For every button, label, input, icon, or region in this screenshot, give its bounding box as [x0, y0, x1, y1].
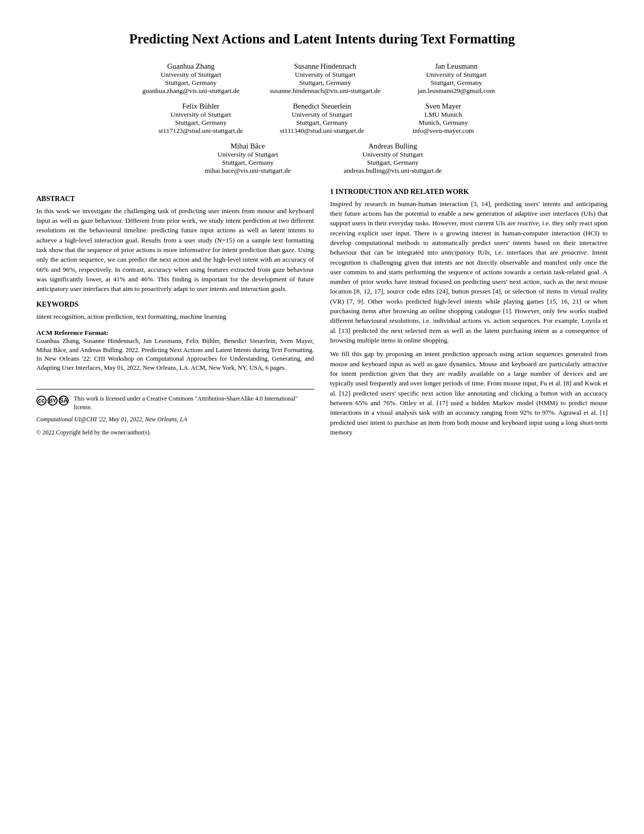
- author-city: Stuttgart, Germany: [411, 79, 502, 87]
- abstract-text: In this work we investigate the challeng…: [36, 206, 314, 294]
- license-block: cc BY SA This work is licensed under a C…: [36, 395, 314, 412]
- sa-icon: SA: [59, 396, 69, 406]
- author-affil: University of Stuttgart: [343, 151, 441, 159]
- author-hindennach: Susanne Hindennach University of Stuttga…: [270, 62, 380, 95]
- author-affil: University of Stuttgart: [156, 111, 246, 119]
- author-affil: LMU Munich: [398, 111, 489, 119]
- right-column: 1 INTRODUCTION AND RELATED WORK Inspired…: [330, 188, 608, 441]
- author-name: Benedict Steuerlein: [277, 102, 368, 111]
- author-city: Stuttgart, Germany: [277, 119, 368, 127]
- author-name: Jan Leusmann: [411, 62, 502, 71]
- author-affil: University of Stuttgart: [142, 71, 240, 79]
- keywords-text: intent recognition, action prediction, t…: [36, 312, 314, 321]
- author-affil: University of Stuttgart: [277, 111, 368, 119]
- cc-icons: cc BY SA: [36, 396, 69, 406]
- author-name: Mihai Bâce: [202, 142, 293, 151]
- author-name: Guanhua Zhang: [142, 62, 240, 71]
- author-city: Munich, Germany: [398, 119, 489, 127]
- author-email: guanhua.zhang@vis.uni-stuttgart.de: [142, 87, 240, 95]
- author-email: st117123@stud.uni-stuttgart.de: [156, 127, 246, 135]
- venue-text: Computational UI@CHI '22, May 01, 2022, …: [36, 415, 314, 424]
- main-content: ABSTRACT In this work we investigate the…: [36, 188, 608, 441]
- license-text: This work is licensed under a Creative C…: [74, 395, 314, 412]
- acm-ref-text: Guanhua Zhang, Susanne Hindennach, Jan L…: [36, 337, 314, 373]
- author-mayer: Sven Mayer LMU Munich Munich, Germany in…: [398, 102, 489, 135]
- cc-icon: cc: [36, 396, 46, 406]
- author-email: info@sven-mayer.com: [398, 127, 489, 135]
- author-bulling: Andreas Bulling University of Stuttgart …: [343, 142, 441, 175]
- author-email: jan.leusmann29@gmail.com: [411, 87, 502, 95]
- keywords-title: KEYWORDS: [36, 301, 314, 309]
- author-email: andreas.bulling@vis.uni-stuttgart.de: [343, 167, 441, 175]
- footer-section: cc BY SA This work is licensed under a C…: [36, 389, 314, 437]
- by-icon: BY: [47, 396, 58, 406]
- left-column: ABSTRACT In this work we investigate the…: [36, 188, 314, 441]
- authors-row-3: Mihai Bâce University of Stuttgart Stutt…: [36, 142, 608, 175]
- authors-row-2: Felix Bühler University of Stuttgart Stu…: [36, 102, 608, 135]
- author-city: Stuttgart, Germany: [270, 79, 380, 87]
- author-zhang: Guanhua Zhang University of Stuttgart St…: [142, 62, 240, 95]
- acm-ref-label: ACM Reference Format:: [36, 329, 109, 336]
- author-affil: University of Stuttgart: [270, 71, 380, 79]
- author-city: Stuttgart, Germany: [343, 159, 441, 167]
- copyright-text: © 2022 Copyright held by the owner/autho…: [36, 428, 314, 437]
- author-name: Sven Mayer: [398, 102, 489, 111]
- author-buhler: Felix Bühler University of Stuttgart Stu…: [156, 102, 246, 135]
- intro-para-1: Inspired by research in human-human inte…: [330, 199, 608, 346]
- author-affil: University of Stuttgart: [411, 71, 502, 79]
- author-name: Susanne Hindennach: [270, 62, 380, 71]
- page-title: Predicting Next Actions and Latent Inten…: [36, 30, 608, 48]
- author-steuerlein: Benedict Steuerlein University of Stuttg…: [277, 102, 368, 135]
- author-name: Andreas Bulling: [343, 142, 441, 151]
- author-city: Stuttgart, Germany: [202, 159, 293, 167]
- author-email: mihai.bace@vis.uni-stuttgart.de: [202, 167, 293, 175]
- author-city: Stuttgart, Germany: [156, 119, 246, 127]
- author-email: susanne.hindennach@vis.uni-stuttgart.de: [270, 87, 380, 95]
- authors-row-1: Guanhua Zhang University of Stuttgart St…: [36, 62, 608, 95]
- author-city: Stuttgart, Germany: [142, 79, 240, 87]
- author-leusmann: Jan Leusmann University of Stuttgart Stu…: [411, 62, 502, 95]
- author-email: st111340@stud.uni-stuttgart.de: [277, 127, 368, 135]
- author-bace: Mihai Bâce University of Stuttgart Stutt…: [202, 142, 293, 175]
- abstract-title: ABSTRACT: [36, 195, 314, 203]
- intro-para-2: We fill this gap by proposing an intent …: [330, 349, 608, 437]
- intro-title: 1 INTRODUCTION AND RELATED WORK: [330, 188, 608, 196]
- author-affil: University of Stuttgart: [202, 151, 293, 159]
- author-name: Felix Bühler: [156, 102, 246, 111]
